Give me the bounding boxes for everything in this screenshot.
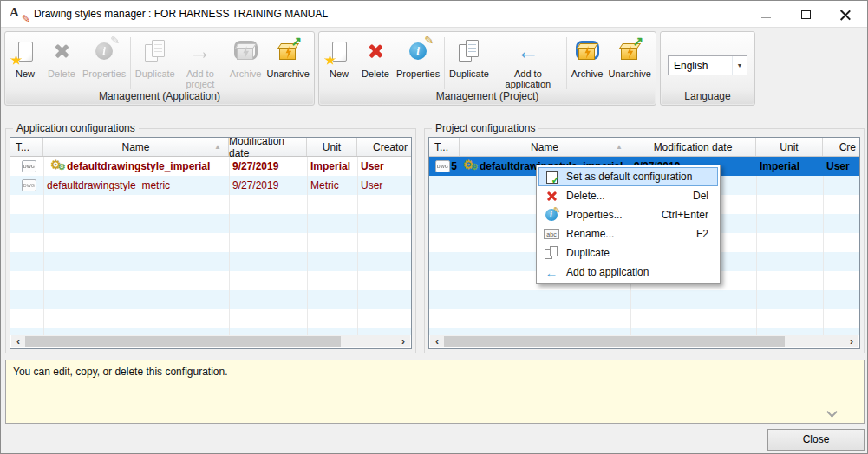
panel-title: Project configurations: [432, 122, 538, 134]
scrollbar-thumb[interactable]: [444, 336, 785, 347]
menu-item-properties[interactable]: Properties... Ctrl+Enter: [538, 205, 718, 224]
app-new-button[interactable]: New: [7, 35, 43, 80]
add-to-application-icon: [512, 36, 544, 67]
table-row[interactable]: DWG defaultdrawingstyle_imperial 9/27/20…: [10, 157, 411, 176]
add-to-project-icon: [185, 36, 216, 67]
unarchive-icon: [614, 36, 645, 67]
info-box: You can edit, copy, or delete this confi…: [5, 360, 865, 424]
minimize-button[interactable]: [746, 1, 786, 28]
project-add-to-application-button[interactable]: Add to application: [492, 35, 565, 90]
project-new-button[interactable]: New: [321, 35, 357, 80]
chevron-down-icon[interactable]: [732, 56, 747, 75]
config-name: defaultdrawingstyle_metric: [43, 176, 229, 195]
panel-title: Application configurations: [13, 122, 139, 134]
add-to-application-icon: [541, 265, 562, 280]
column-header-type[interactable]: T...: [429, 138, 460, 156]
new-icon: [323, 36, 355, 67]
menu-item-rename[interactable]: Rename... F2: [538, 224, 718, 243]
group-management-project: New Delete Properties Duplicate Add: [318, 31, 656, 106]
delete-icon: [541, 191, 562, 201]
project-archive-button[interactable]: Archive: [569, 35, 606, 80]
properties-icon: [88, 36, 120, 67]
config-unit: Imperial: [756, 157, 823, 176]
column-header-creator[interactable]: Creator: [357, 138, 411, 156]
drawing-styles-manager-window: Drawing styles manager : FOR HARNESS TRA…: [0, 0, 868, 454]
app-properties-button: Properties: [80, 35, 128, 80]
config-date: 9/27/2019: [229, 157, 307, 176]
project-duplicate-button[interactable]: Duplicate: [447, 35, 492, 80]
app-add-to-project-button: Add to project: [178, 35, 223, 90]
delete-icon: [360, 36, 391, 67]
close-window-button[interactable]: [826, 1, 865, 28]
unarchive-icon: [272, 36, 303, 67]
scroll-right-icon[interactable]: ›: [845, 335, 858, 347]
delete-icon: [46, 36, 77, 67]
set-default-icon: [541, 171, 562, 184]
language-value: English: [669, 60, 732, 72]
close-button[interactable]: Close: [767, 429, 865, 451]
language-select[interactable]: English: [668, 55, 747, 75]
scroll-right-icon[interactable]: ›: [396, 335, 410, 347]
properties-icon: [402, 36, 434, 67]
default-gears-icon: [463, 159, 478, 173]
project-unarchive-button[interactable]: Unarchive: [605, 35, 654, 80]
separator: [130, 37, 131, 89]
config-creator: User: [823, 157, 859, 176]
context-menu: Set as default configuration Delete... D…: [536, 165, 721, 284]
version-badge: 5: [451, 160, 457, 172]
horizontal-scrollbar[interactable]: ‹ ›: [430, 335, 858, 347]
separator: [225, 37, 225, 89]
config-name: defaultdrawingstyle_imperial: [67, 160, 210, 172]
horizontal-scrollbar[interactable]: ‹ ›: [11, 335, 410, 347]
maximize-icon: [801, 10, 811, 19]
application-configurations-table: T... Name Modification date Unit Creator…: [10, 137, 412, 349]
info-text: You can edit, copy, or delete this confi…: [6, 360, 864, 383]
column-header-date[interactable]: Modification date: [630, 138, 756, 156]
column-header-unit[interactable]: Unit: [307, 138, 357, 156]
config-unit: Metric: [307, 176, 357, 195]
menu-item-delete[interactable]: Delete... Del: [538, 186, 718, 205]
app-archive-button: Archive: [227, 35, 264, 80]
app-icon: [8, 5, 27, 23]
duplicate-icon: [541, 246, 562, 260]
project-delete-button[interactable]: Delete: [357, 35, 394, 80]
properties-icon: [541, 209, 562, 222]
table-row[interactable]: DWG defaultdrawingstyle_metric 9/27/2019…: [10, 176, 411, 195]
separator: [444, 37, 445, 89]
scrollbar-thumb[interactable]: [25, 336, 341, 347]
config-date: 9/27/2019: [229, 176, 307, 195]
project-properties-button[interactable]: Properties: [394, 35, 442, 80]
column-header-type[interactable]: T...: [10, 138, 43, 156]
group-language: English Language: [660, 31, 755, 106]
archive-icon: [571, 36, 603, 67]
group-label: Language: [662, 89, 754, 104]
close-icon: [840, 10, 851, 20]
menu-item-set-default[interactable]: Set as default configuration: [538, 167, 718, 186]
dwg-file-icon: DWG: [22, 160, 36, 172]
column-header-creator[interactable]: Cre: [823, 138, 859, 156]
config-unit: Imperial: [307, 157, 357, 176]
duplicate-icon: [140, 36, 171, 67]
maximize-button[interactable]: [786, 1, 826, 28]
group-management-application: New Delete Properties Duplicate Add: [4, 31, 315, 106]
scroll-left-icon[interactable]: ‹: [430, 335, 444, 347]
ribbon: New Delete Properties Duplicate Add: [1, 29, 867, 109]
app-duplicate-button: Duplicate: [133, 35, 178, 80]
app-delete-button: Delete: [43, 35, 80, 80]
expand-chevron-icon[interactable]: [826, 406, 838, 418]
column-header-date[interactable]: Modification date: [229, 138, 307, 156]
column-header-unit[interactable]: Unit: [756, 138, 823, 156]
rename-icon: [541, 229, 562, 239]
dwg-file-icon: DWG: [435, 160, 450, 172]
title-bar: Drawing styles manager : FOR HARNESS TRA…: [1, 1, 867, 28]
archive-icon: [230, 36, 261, 67]
group-label: Management (Project): [320, 89, 655, 104]
menu-item-duplicate[interactable]: Duplicate: [538, 243, 718, 263]
scroll-left-icon[interactable]: ‹: [11, 335, 25, 347]
column-header-name[interactable]: Name: [43, 138, 229, 156]
menu-item-add-to-application[interactable]: Add to application: [538, 263, 718, 282]
column-header-name[interactable]: Name: [460, 138, 630, 156]
group-label: Management (Application): [6, 89, 313, 104]
app-unarchive-button[interactable]: Unarchive: [264, 35, 312, 80]
window-title: Drawing styles manager : FOR HARNESS TRA…: [34, 8, 328, 20]
